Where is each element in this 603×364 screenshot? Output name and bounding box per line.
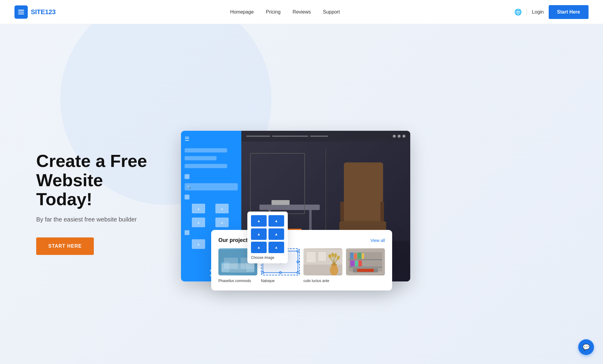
svg-rect-56	[357, 253, 361, 259]
navbar: SITE123 Homepage Pricing Reviews Support…	[0, 0, 603, 24]
globe-icon[interactable]: 🌐	[514, 8, 522, 16]
logo[interactable]: SITE123	[14, 5, 56, 19]
chat-fab[interactable]: 💬	[578, 339, 594, 355]
logo-icon	[14, 5, 28, 19]
nav-pricing[interactable]: Pricing	[266, 9, 281, 14]
sidebar-block-3	[185, 164, 227, 168]
svg-rect-52	[349, 259, 382, 260]
sidebar-img-thumb-5[interactable]	[192, 239, 205, 249]
image-picker-panel: Choose image	[247, 212, 288, 263]
svg-rect-58	[350, 260, 355, 266]
start-here-button-hero[interactable]: START HERE	[36, 237, 94, 255]
image-picker-grid	[251, 215, 284, 253]
sidebar-menu-icon: ☰	[185, 136, 189, 142]
svg-rect-39	[318, 252, 326, 261]
svg-rect-0	[18, 10, 24, 11]
project-thumb-4[interactable]	[346, 248, 385, 275]
svg-rect-20	[221, 265, 255, 271]
hero-left: Create a Free Website Today! By far the …	[36, 151, 163, 255]
projects-card: Our projects View all	[211, 230, 392, 290]
sidebar-img-thumb-3[interactable]	[192, 218, 205, 227]
project-bookshelf-svg	[346, 248, 385, 275]
project-name-3: culis luctus ante	[303, 279, 329, 283]
menu-lines-icon	[17, 8, 25, 16]
project-room-svg	[303, 248, 342, 275]
svg-point-47	[331, 253, 334, 257]
sidebar-item-row-2	[185, 195, 238, 199]
sidebar-checkbox-1[interactable]	[185, 174, 189, 179]
hero-visual: ☰	[181, 131, 589, 281]
svg-rect-38	[306, 252, 316, 263]
projects-title: Our projects	[218, 237, 251, 243]
svg-rect-23	[230, 265, 246, 270]
svg-rect-2	[18, 13, 24, 14]
svg-rect-21	[221, 262, 230, 271]
sidebar-img-grid-2	[185, 218, 238, 227]
start-here-button-nav[interactable]: Start Here	[549, 5, 589, 19]
svg-rect-57	[362, 253, 364, 259]
nav-divider	[527, 8, 527, 16]
project-name-1: Phasellus commodo	[218, 279, 251, 283]
sidebar-block-1	[185, 148, 227, 152]
picker-thumb-4[interactable]	[268, 228, 284, 240]
picker-thumb-6[interactable]	[268, 242, 284, 253]
sidebar-search[interactable]	[185, 183, 238, 190]
sidebar-checkbox-3[interactable]	[185, 230, 189, 235]
sidebar-top: ☰	[185, 136, 238, 142]
svg-rect-1	[18, 11, 24, 12]
logo-text: SITE123	[31, 8, 56, 16]
login-link[interactable]: Login	[532, 9, 544, 15]
sidebar-checkbox-2[interactable]	[185, 195, 189, 199]
sidebar-img-thumb-4[interactable]	[215, 218, 229, 227]
sidebar-img-thumb-1[interactable]	[192, 204, 205, 213]
project-name-2: Natoque	[261, 279, 275, 283]
hero-title: Create a Free Website Today!	[36, 151, 163, 209]
hero-section: Create a Free Website Today! By far the …	[0, 24, 603, 364]
view-all-link[interactable]: View all	[370, 238, 385, 243]
svg-rect-60	[358, 260, 362, 266]
sidebar-img-grid-1	[185, 204, 238, 213]
projects-grid: Phasellus commodo	[218, 248, 385, 283]
svg-rect-16	[271, 200, 290, 205]
sidebar-block-2	[185, 156, 217, 160]
chat-icon: 💬	[582, 344, 590, 351]
project-item-4	[346, 248, 385, 283]
hero-subtitle: By far the easiest free website builder	[36, 216, 163, 223]
svg-rect-62	[357, 269, 374, 272]
svg-rect-59	[355, 261, 358, 266]
nav-support[interactable]: Support	[323, 9, 340, 14]
project-thumb-3[interactable]	[303, 248, 342, 275]
picker-thumb-1[interactable]	[251, 215, 267, 227]
svg-rect-53	[349, 267, 382, 268]
projects-header: Our projects View all	[218, 237, 385, 243]
sidebar-img-thumb-2[interactable]	[215, 204, 229, 213]
nav-reviews[interactable]: Reviews	[293, 9, 311, 14]
nav-right: 🌐 Login Start Here	[514, 5, 589, 19]
svg-rect-55	[354, 253, 357, 259]
nav-links: Homepage Pricing Reviews Support	[230, 9, 340, 15]
sidebar-item-row-1	[185, 174, 238, 179]
picker-thumb-2[interactable]	[268, 215, 284, 227]
svg-rect-24	[224, 258, 238, 269]
picker-thumb-3[interactable]	[251, 228, 267, 240]
svg-point-40	[330, 265, 338, 275]
svg-rect-54	[350, 253, 354, 259]
project-item-3: culis luctus ante	[303, 248, 342, 283]
choose-image-label: Choose image	[251, 256, 284, 260]
nav-homepage[interactable]: Homepage	[230, 9, 254, 14]
picker-thumb-5[interactable]	[251, 242, 267, 253]
